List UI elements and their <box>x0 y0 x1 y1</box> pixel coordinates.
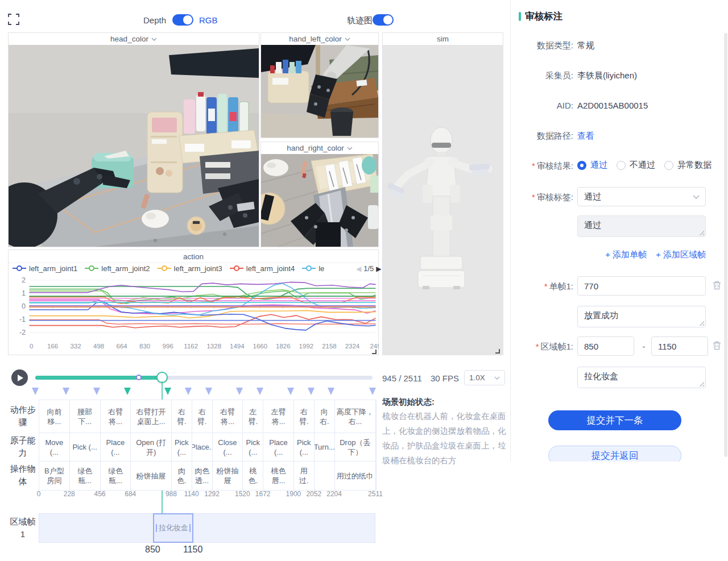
chart-resize-handle[interactable] <box>371 347 377 353</box>
single-frame-marker-dot[interactable] <box>136 375 142 380</box>
resize-grip-icon[interactable] <box>699 230 704 235</box>
frame-marker[interactable] <box>236 388 243 395</box>
frame-marker[interactable] <box>93 388 100 395</box>
timeline-cell[interactable]: 粉饼抽屉 <box>213 462 243 490</box>
data-path-link[interactable]: 查看 <box>577 131 594 142</box>
timeline-cell[interactable]: 右臂. <box>294 400 315 433</box>
frame-marker[interactable] <box>185 388 192 395</box>
panel-scrollbar[interactable] <box>724 33 727 457</box>
timeline-cell[interactable]: 绿色瓶... <box>70 462 101 490</box>
frame-marker[interactable] <box>164 388 171 395</box>
trajectory-label: 轨迹图 <box>347 15 373 26</box>
region-end-input[interactable] <box>651 336 708 356</box>
timeline-cell[interactable]: Drop（丢下） <box>335 433 376 462</box>
hand-left-camera-title[interactable]: hand_left_color <box>261 33 378 45</box>
single-frame-input[interactable] <box>577 276 706 296</box>
play-button[interactable] <box>11 369 28 386</box>
single-frame-note[interactable]: 放置成功 <box>577 306 706 327</box>
submit-back-button[interactable]: 提交并返回 <box>548 446 681 462</box>
delete-single-frame-button[interactable] <box>713 281 721 292</box>
annotation-review-app: Depth RGB 轨迹图 head_color <box>0 0 728 561</box>
review-tag-note[interactable]: 通过 <box>577 215 706 237</box>
timeline-cell[interactable]: 右臂. <box>192 400 213 433</box>
frame-marker[interactable] <box>63 388 69 395</box>
trajectory-toggle[interactable] <box>373 14 394 26</box>
frame-marker[interactable] <box>328 388 334 395</box>
timeline-cell[interactable]: Pick (... <box>294 433 315 462</box>
timeline-cell[interactable]: 用过. <box>294 462 315 490</box>
legend-item-left_arm_joint1[interactable]: left_arm_joint1 <box>13 264 77 273</box>
timeline-cell[interactable]: B户型房间 <box>39 462 70 490</box>
timeline-cell[interactable]: Move (... <box>39 433 70 462</box>
legend-next-button[interactable]: ▶ <box>376 265 381 273</box>
hand-left-camera-label: hand_left_color <box>289 35 341 43</box>
timeline-cell[interactable]: 左臂. <box>243 400 263 433</box>
timeline-cell[interactable]: Open (打开) <box>131 433 172 462</box>
legend-item-left_arm_joint3[interactable]: left_arm_joint3 <box>158 264 222 273</box>
timeline-cell[interactable]: 肉色. <box>172 462 192 490</box>
collector-label: 采集员: <box>511 70 573 81</box>
radio-option-通过[interactable]: 通过 <box>577 160 607 171</box>
frame-marker[interactable] <box>369 388 376 395</box>
timeline-cell[interactable]: 粉饼抽屉 <box>131 462 172 490</box>
radio-option-异常数据[interactable]: 异常数据 <box>664 160 712 171</box>
frame-marker[interactable] <box>257 388 263 395</box>
timeline-cell[interactable] <box>315 462 335 490</box>
timeline-cell[interactable]: 绿色瓶... <box>101 462 131 490</box>
frame-marker[interactable] <box>287 388 294 395</box>
action-chart-plot[interactable]: 210-1-2016633249866483099611621328149416… <box>8 277 379 355</box>
radio-option-不通过[interactable]: 不通过 <box>617 160 655 171</box>
frame-marker[interactable] <box>205 388 212 395</box>
region-frame-segment[interactable]: 拉化妆盒 <box>153 513 193 543</box>
timeline-cell[interactable]: 用过的纸巾 <box>335 462 376 490</box>
timeline-cell[interactable]: 桃色唇... <box>263 462 294 490</box>
delete-region-frame-button[interactable] <box>713 341 721 352</box>
timeline-cell[interactable]: 腰部下... <box>70 400 101 433</box>
resize-grip-icon[interactable] <box>699 381 704 387</box>
timeline-cell[interactable]: 桃色. <box>243 462 263 490</box>
speed-select[interactable]: 1.0X <box>464 370 505 385</box>
add-single-frame-button[interactable]: + 添加单帧 <box>605 250 647 260</box>
timeline-cell[interactable]: Pick (... <box>172 433 192 462</box>
timeline-cell[interactable]: 右臂打开桌面上... <box>131 400 172 433</box>
region-frame-note[interactable]: 拉化妆盒 <box>577 367 706 388</box>
frame-marker[interactable] <box>124 388 131 395</box>
timeline-cell[interactable]: Close (... <box>213 433 243 462</box>
frame-marker[interactable] <box>308 388 315 395</box>
sim-resize-handle[interactable] <box>494 346 500 352</box>
timeline-cell[interactable]: Pick (... <box>70 433 101 462</box>
hand-right-camera-title[interactable]: hand_right_color <box>261 142 378 154</box>
playback-slider-track[interactable] <box>35 376 373 380</box>
region-frame-bar[interactable]: 拉化妆盒 <box>39 513 375 543</box>
sim-panel-title: sim <box>383 33 503 45</box>
add-region-frame-button[interactable]: + 添加区域帧 <box>656 250 706 260</box>
timeline-cell[interactable]: Place.. <box>192 433 213 462</box>
timeline-cell[interactable]: 高度下降，右... <box>335 400 376 433</box>
resize-grip-icon[interactable] <box>699 321 704 326</box>
timeline-cell[interactable]: Turn... <box>315 433 335 462</box>
timeline-cell[interactable]: Place (... <box>263 433 294 462</box>
timeline-cell[interactable]: 右臂将... <box>213 400 243 433</box>
legend-item-left_arm_joint4[interactable]: left_arm_joint4 <box>230 264 295 273</box>
frame-marker[interactable] <box>32 388 39 395</box>
timeline-cell[interactable]: 左臂将... <box>263 400 294 433</box>
fullscreen-button[interactable] <box>8 14 19 25</box>
timeline-cell[interactable]: 向前移... <box>39 400 70 433</box>
timeline-cell[interactable]: 肉色透... <box>192 462 213 490</box>
head-camera-title[interactable]: head_color <box>9 33 259 45</box>
review-tag-select[interactable]: 通过 <box>577 187 706 206</box>
timeline-cell[interactable]: Pick (... <box>243 433 263 462</box>
timeline-cell[interactable]: Place (... <box>101 433 131 462</box>
region-start-input[interactable] <box>577 336 634 356</box>
legend-pager: ◀ 1/5 ▶ <box>356 264 382 273</box>
timeline-cell[interactable]: 右臂将... <box>101 400 131 433</box>
submit-next-button[interactable]: 提交并下一条 <box>548 410 681 430</box>
timeline-cell[interactable]: 向右. <box>315 400 335 433</box>
depth-rgb-toggle[interactable] <box>172 14 193 26</box>
timeline-cell[interactable]: 右臂. <box>172 400 192 433</box>
legend-item-left_arm_joint2[interactable]: left_arm_joint2 <box>85 264 150 273</box>
legend-item-le[interactable]: le <box>302 264 324 273</box>
head-camera-label: head_color <box>110 35 148 43</box>
review-panel: 审核标注 数据类型: 常规 采集员: 李轶晨(liyichen) AID: A2… <box>510 0 728 462</box>
legend-prev-button[interactable]: ◀ <box>356 265 361 273</box>
